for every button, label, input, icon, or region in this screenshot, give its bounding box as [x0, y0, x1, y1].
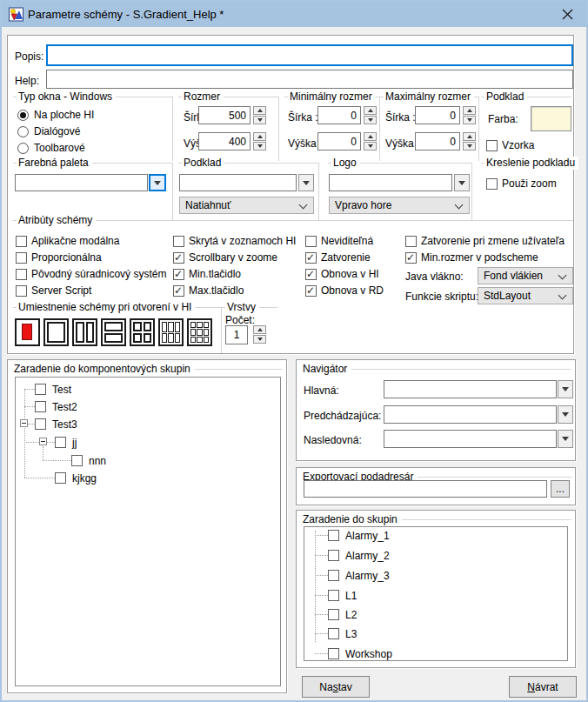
checkbox-icon[interactable] [305, 236, 317, 247]
spin-up-button[interactable] [253, 132, 266, 141]
tree-checkbox[interactable] [328, 570, 339, 581]
checkbox-icon[interactable] [16, 285, 27, 297]
min-sirka-input[interactable] [317, 106, 361, 124]
tree-checkbox[interactable] [71, 455, 83, 466]
sirka-input[interactable] [198, 106, 251, 124]
podklad-stretch-select[interactable]: Natiahnuť [179, 197, 314, 214]
farba-swatch[interactable] [531, 106, 571, 131]
placement-option-6[interactable] [158, 318, 184, 346]
tree-item-test3[interactable]: Test3 [52, 418, 77, 431]
tree-item-jj[interactable]: jj [72, 437, 77, 449]
spin-down-button[interactable] [364, 142, 377, 150]
nasledovna-input[interactable] [384, 430, 557, 448]
spin-down-button[interactable] [463, 142, 476, 150]
checkbox-skryta-v-zoznamoch-hi[interactable]: Skrytá v zoznamoch HI [173, 235, 296, 247]
checkbox-icon[interactable] [486, 178, 498, 190]
spin-down-button[interactable] [253, 142, 266, 150]
close-button[interactable] [548, 2, 586, 27]
tree-checkbox[interactable] [55, 437, 66, 448]
checkbox-zatvorenie[interactable]: Zatvorenie [305, 251, 371, 264]
spin-up-button[interactable] [463, 132, 476, 141]
nastav-button[interactable]: Nastav [302, 676, 370, 698]
pouzi-zoom-checkbox[interactable]: Použi zoom [486, 177, 557, 190]
vyska-input[interactable] [198, 132, 251, 150]
collapse-expander-icon[interactable] [39, 438, 47, 445]
list-item-l2[interactable]: L2 [345, 609, 357, 621]
tree-item-kjkgg[interactable]: kjkgg [72, 472, 97, 485]
placement-option-4[interactable] [101, 318, 126, 346]
list-item-workshop[interactable]: Workshop [345, 648, 392, 660]
list-item-l3[interactable]: L3 [345, 628, 357, 640]
vzorka-checkbox[interactable]: Vzorka [486, 139, 534, 151]
browse-button[interactable]: ... [551, 480, 570, 498]
title-bar[interactable]: Parametre schémy - S.Gradient_Help * [2, 2, 586, 27]
checkbox-icon[interactable] [173, 269, 184, 280]
placement-option-2[interactable] [43, 318, 69, 346]
navrat-button[interactable]: Návrat [509, 676, 577, 698]
list-item-alarmy-1[interactable]: Alarmy_1 [345, 530, 390, 542]
radio-icon[interactable] [17, 110, 29, 121]
tree-checkbox[interactable] [55, 472, 66, 484]
checkbox-icon[interactable] [486, 140, 498, 151]
checkbox-povodny-suradnicovy-system[interactable]: Pôvodný súradnicový systém [16, 268, 166, 280]
popis-input[interactable] [46, 44, 573, 66]
tree-item-test2[interactable]: Test2 [52, 401, 77, 413]
radio-icon[interactable] [17, 126, 29, 137]
spin-down-button[interactable] [463, 116, 476, 124]
radio-na-ploche-hi[interactable]: Na ploche HI [17, 109, 94, 121]
pocet-input[interactable] [225, 325, 248, 344]
spin-up-button[interactable] [253, 325, 266, 334]
logo-position-select[interactable]: Vpravo hore [329, 197, 470, 214]
checkbox-zatvorenie-pri-zmene-uzivatela[interactable]: Zatvorenie pri zmene užívateľa [405, 235, 565, 247]
logo-input[interactable] [329, 174, 452, 191]
checkbox-icon[interactable] [305, 285, 317, 297]
spin-up-button[interactable] [364, 132, 377, 141]
radio-dialogove[interactable]: Dialógové [17, 125, 80, 137]
tree-checkbox[interactable] [328, 530, 339, 541]
list-item-alarmy-2[interactable]: Alarmy_2 [345, 550, 390, 562]
export-path-input[interactable] [304, 480, 547, 498]
nasledovna-dropdown-button[interactable] [558, 430, 573, 448]
min-vyska-input[interactable] [317, 132, 361, 150]
tree-item-test[interactable]: Test [52, 384, 71, 396]
tree-checkbox[interactable] [328, 550, 339, 561]
podklad-input[interactable] [179, 174, 297, 191]
spin-up-button[interactable] [253, 106, 266, 115]
funkcie-skriptu-select[interactable]: StdLayout [478, 287, 573, 304]
max-vyska-input[interactable] [415, 132, 460, 150]
checkbox-icon[interactable] [405, 236, 417, 247]
spin-up-button[interactable] [364, 106, 377, 115]
placement-option-3[interactable] [72, 318, 97, 346]
checkbox-obnova-v-hi[interactable]: Obnova v HI [305, 268, 379, 280]
tree-checkbox[interactable] [328, 648, 339, 659]
spin-up-button[interactable] [463, 106, 476, 115]
tree-checkbox[interactable] [35, 418, 46, 430]
checkbox-icon[interactable] [173, 236, 184, 247]
checkbox-neviditelna[interactable]: Neviditeľná [305, 235, 373, 247]
spin-down-button[interactable] [253, 116, 266, 124]
help-input[interactable] [46, 70, 573, 89]
tree-checkbox[interactable] [35, 384, 46, 395]
checkbox-obnova-v-rd[interactable]: Obnova v RD [305, 284, 384, 297]
checkbox-icon[interactable] [305, 269, 317, 280]
checkbox-server-script[interactable]: Server Script [16, 284, 91, 297]
hlavna-dropdown-button[interactable] [558, 380, 573, 398]
komponentove-skupiny-tree[interactable]: Test Test2 Test3 jj nnn kjkgg [15, 377, 281, 686]
checkbox-icon[interactable] [173, 285, 184, 297]
spin-down-button[interactable] [364, 116, 377, 124]
checkbox-max-tlacidlo[interactable]: Max.tlačidlo [173, 284, 244, 297]
predchadzajuca-input[interactable] [384, 405, 557, 424]
radio-toolbarove[interactable]: Toolbarové [17, 142, 85, 154]
max-sirka-input[interactable] [415, 106, 460, 124]
checkbox-min-tlacidlo[interactable]: Min.tlačidlo [173, 268, 241, 280]
java-vlakno-select[interactable]: Fond vlákien [478, 267, 573, 284]
collapse-expander-icon[interactable] [20, 419, 28, 427]
radio-icon[interactable] [17, 143, 29, 154]
placement-option-7[interactable] [187, 318, 212, 346]
list-item-l1[interactable]: L1 [345, 590, 357, 602]
checkbox-icon[interactable] [405, 252, 417, 264]
predchadzajuca-dropdown-button[interactable] [558, 405, 573, 424]
tree-checkbox[interactable] [328, 628, 339, 639]
tree-item-nnn[interactable]: nnn [89, 455, 106, 467]
placement-option-5[interactable] [130, 318, 155, 346]
